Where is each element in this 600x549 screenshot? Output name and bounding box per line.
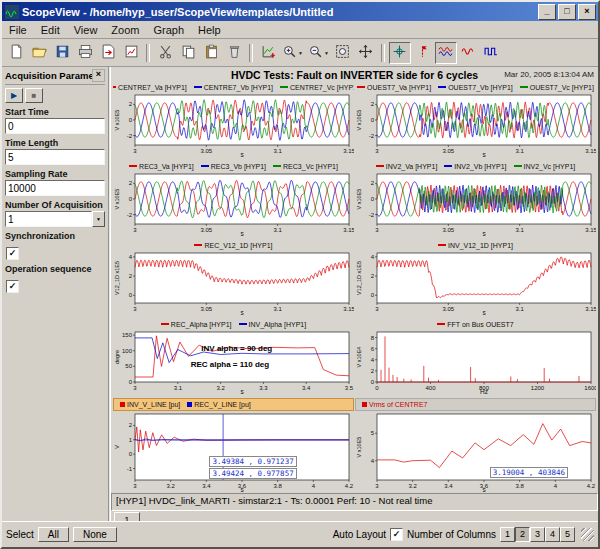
chart-plot-centre7[interactable]: 20-233.053.13.15V x10E5s (113, 92, 354, 158)
chart-inv-v12[interactable]: INV_V12_1D [HYP1]42033.053.13.15V12_1D x… (355, 240, 596, 318)
svg-text:3.05: 3.05 (200, 148, 212, 154)
close-button[interactable]: × (578, 4, 596, 20)
play-button[interactable]: ▶ (5, 88, 23, 103)
zoom-in-button[interactable]: ▼ (280, 42, 305, 64)
svg-text:V x10E4: V x10E4 (356, 347, 362, 368)
legend-swatch-icon (437, 323, 445, 325)
chart-plot-rec-v12[interactable]: 42033.053.13.15V12_1D x1E5s (113, 250, 354, 316)
overlay-waves-button[interactable] (435, 42, 457, 64)
cursor-readout-line: 3.19004 , 403846 (490, 467, 568, 478)
svg-text:3.5: 3.5 (345, 385, 354, 391)
chart-v-line[interactable]: INV_V_LINE [pu]REC_V_LINE [pu]210-133.23… (113, 398, 354, 493)
copy-button[interactable] (177, 42, 199, 64)
time-length-field: Time Length (5, 138, 105, 165)
save-button[interactable] (51, 42, 73, 64)
zoom-fit-button[interactable] (332, 42, 354, 64)
legend-swatch-icon (444, 165, 452, 167)
svg-text:V x10E5: V x10E5 (356, 437, 362, 458)
time-length-label: Time Length (5, 138, 105, 148)
operation-sequence-checkbox[interactable]: ✓ (6, 280, 19, 293)
maximize-button[interactable]: □ (558, 4, 576, 20)
svg-text:2: 2 (129, 422, 133, 428)
legend-swatch-icon (376, 165, 384, 167)
chart-plot-rec3[interactable]: 20-233.053.13.15V x10E5s (113, 171, 354, 237)
columns-3-button[interactable]: 3 (530, 527, 545, 542)
chart-rec3[interactable]: REC3_Va [HYP1]REC3_Vb [HYP1]REC3_Vc [HYP… (113, 161, 354, 239)
svg-text:4.2: 4.2 (587, 483, 596, 489)
columns-1-button[interactable]: 1 (500, 527, 515, 542)
sampling-rate-input[interactable] (5, 180, 105, 196)
chart-ouest7[interactable]: OUEST7_Va [HYP1]OUEST7_Vb [HYP1]OUEST7_V… (355, 82, 596, 160)
chart-plot-inv-v12[interactable]: 42033.053.13.15V12_1D x1E5s (355, 250, 596, 316)
paste-button[interactable] (200, 42, 222, 64)
select-label: Select (6, 529, 34, 540)
chart-plot-alpha[interactable]: 15010050033.13.23.33.43.5degresINV alpha… (113, 329, 354, 395)
open-template-button[interactable] (28, 42, 50, 64)
scopeview-window: ScopeView - /home/hyp_user/ScopeView/tem… (0, 0, 600, 549)
svg-text:0: 0 (371, 292, 375, 298)
synchronization-checkbox[interactable]: ✓ (6, 247, 19, 260)
signal-red-button[interactable] (458, 42, 480, 64)
titlebar[interactable]: ScopeView - /home/hyp_user/ScopeView/tem… (2, 2, 598, 21)
auto-layout-checkbox[interactable]: ✓ (390, 528, 403, 541)
menu-graph[interactable]: Graph (146, 23, 191, 37)
pan-button[interactable] (355, 42, 377, 64)
columns-4-button[interactable]: 4 (545, 527, 560, 542)
number-of-acquisition-label: Number Of Acquisition (5, 200, 105, 210)
legend-swatch-icon (194, 244, 202, 246)
chart-centre7[interactable]: CENTRE7_Va [HYP1]CENTRE7_Vb [HYP1]CENTRE… (113, 82, 354, 160)
columns-2-button[interactable]: 2 (515, 527, 530, 542)
new-document-icon (9, 44, 24, 62)
chart-plot-fft[interactable]: 86420040080012001600V x10E4Hz (355, 329, 596, 395)
chart-alpha[interactable]: REC_Alpha [HYP1]INV_Alpha [HYP1]15010050… (113, 319, 354, 397)
cut-button[interactable] (154, 42, 176, 64)
select-all-button[interactable]: All (38, 527, 69, 542)
menu-zoom[interactable]: Zoom (104, 23, 146, 37)
svg-text:0: 0 (375, 385, 379, 391)
minimize-button[interactable]: _ (538, 4, 556, 20)
signal-blue-icon (484, 44, 499, 62)
pan-icon (358, 44, 373, 62)
report-button[interactable] (120, 42, 142, 64)
delete-button[interactable] (223, 42, 245, 64)
panel-close-button[interactable]: × (92, 69, 105, 82)
select-none-button[interactable]: None (73, 527, 117, 542)
menu-view[interactable]: View (67, 23, 105, 37)
chart-inv2[interactable]: INV2_Va [HYP1]INV2_Vb [HYP1]INV2_Vc [HYP… (355, 161, 596, 239)
chart-plot-ouest7[interactable]: 20-233.053.13.15V x10E5s (355, 92, 596, 158)
chart-plot-vrms[interactable]: 5433.23.43.63.844.2V x10E5s (355, 411, 596, 493)
charts-grid: CENTRE7_Va [HYP1]CENTRE7_Vb [HYP1]CENTRE… (111, 82, 598, 493)
export-button[interactable] (97, 42, 119, 64)
legend-label: INV_V12_1D [HYP1] (448, 242, 513, 249)
print-button[interactable] (74, 42, 96, 64)
chart-vrms[interactable]: Vrms of CENTRE75433.23.43.63.844.2V x10E… (355, 398, 596, 493)
zoom-out-button[interactable]: ▼ (306, 42, 331, 64)
time-length-input[interactable] (5, 149, 105, 165)
add-graph-button[interactable] (257, 42, 279, 64)
svg-text:Hz: Hz (480, 388, 488, 395)
chart-plot-inv2[interactable]: 20-233.053.13.15V x10E5s (355, 171, 596, 237)
chart-plot-v-line[interactable]: 210-133.23.43.63.844.2Vs (113, 411, 354, 493)
marker-button[interactable] (412, 42, 434, 64)
menu-file[interactable]: File (2, 23, 34, 37)
new-document-button[interactable] (5, 42, 27, 64)
svg-text:s: s (240, 230, 244, 237)
number-of-acquisition-input[interactable] (5, 211, 92, 227)
signal-blue-button[interactable] (481, 42, 503, 64)
svg-text:3: 3 (375, 148, 379, 154)
chart-fft[interactable]: FFT on Bus OUEST786420040080012001600V x… (355, 319, 596, 397)
menu-help[interactable]: Help (191, 23, 228, 37)
crosshair-cursor-button[interactable] (389, 42, 411, 64)
stop-button[interactable]: ■ (25, 88, 43, 103)
cursor-readout-line: 3.49384 , 0.971237 (209, 456, 296, 467)
auto-layout-label: Auto Layout (333, 529, 386, 540)
export-icon (101, 44, 116, 62)
number-of-acquisition-dropdown-button[interactable]: ▼ (92, 211, 105, 227)
start-time-input[interactable] (5, 118, 105, 134)
resize-grip[interactable] (581, 528, 594, 541)
chart-rec-v12[interactable]: REC_V12_1D [HYP1]42033.053.13.15V12_1D x… (113, 240, 354, 318)
legend-label: INV_V_LINE [pu] (127, 401, 180, 408)
menu-edit[interactable]: Edit (34, 23, 67, 37)
chart-legend: FFT on Bus OUEST7 (355, 319, 596, 329)
columns-5-button[interactable]: 5 (560, 527, 575, 542)
